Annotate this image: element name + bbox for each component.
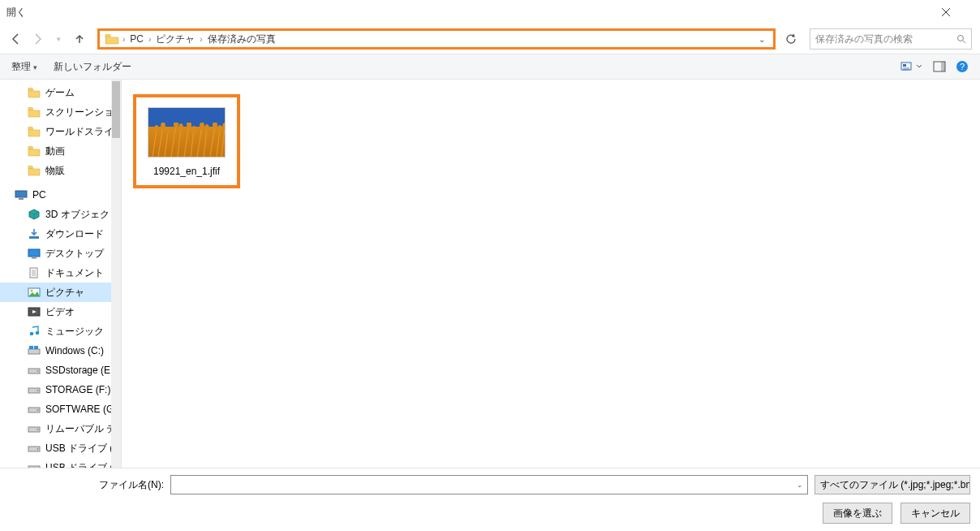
svg-point-50 bbox=[213, 123, 217, 129]
tree-item[interactable]: ミュージック bbox=[0, 322, 121, 341]
up-button[interactable] bbox=[71, 31, 88, 47]
svg-point-47 bbox=[191, 126, 196, 134]
open-button[interactable]: 画像を選ぶ bbox=[823, 503, 892, 524]
tree-item-label: STORAGE (F:) bbox=[45, 384, 110, 395]
new-folder-button[interactable]: 新しいフォルダー bbox=[54, 60, 131, 74]
svg-point-30 bbox=[37, 370, 39, 372]
svg-point-43 bbox=[165, 127, 170, 135]
tree-item[interactable]: ワールドスライド bbox=[0, 122, 121, 141]
svg-rect-5 bbox=[941, 62, 945, 71]
breadcrumb[interactable]: › PC › ピクチャ › 保存済みの写真 ⌄ bbox=[97, 28, 776, 50]
tree-item-label: Windows (C:) bbox=[45, 345, 104, 356]
svg-point-1 bbox=[958, 36, 964, 41]
tree-item-label: デスクトップ bbox=[45, 247, 104, 261]
file-thumbnail bbox=[148, 107, 226, 158]
breadcrumb-item[interactable]: ピクチャ bbox=[154, 32, 196, 46]
chevron-down-icon[interactable]: ⌄ bbox=[755, 35, 768, 44]
help-button[interactable]: ? bbox=[956, 60, 969, 73]
svg-rect-27 bbox=[29, 346, 33, 349]
forward-button[interactable] bbox=[29, 31, 45, 47]
svg-rect-9 bbox=[28, 108, 32, 110]
tree-item-label: USB ドライブ (I:) bbox=[45, 461, 121, 468]
tree-item-label: 3D オブジェクト bbox=[45, 208, 119, 222]
tree-item[interactable]: ドキュメント bbox=[0, 263, 121, 283]
svg-rect-10 bbox=[28, 127, 32, 130]
tree-item-label: リムーバブル ディスク bbox=[45, 422, 121, 436]
window-title: 開く bbox=[6, 6, 941, 19]
search-input[interactable]: 保存済みの写真の検索 bbox=[810, 28, 972, 50]
chevron-right-icon: › bbox=[122, 35, 125, 44]
svg-rect-0 bbox=[105, 35, 110, 37]
tree-item[interactable]: 3D オブジェクト bbox=[0, 205, 121, 224]
chevron-down-icon[interactable]: ⌄ bbox=[797, 481, 803, 489]
tree-item-label: ワールドスライド bbox=[45, 125, 121, 139]
tree-item[interactable]: ビデオ bbox=[0, 302, 121, 322]
tree-item[interactable]: リムーバブル ディスク bbox=[0, 419, 121, 438]
tree-item[interactable]: 動画 bbox=[0, 141, 121, 161]
back-button[interactable] bbox=[8, 31, 24, 47]
tree-item-label: ミュージック bbox=[45, 325, 104, 339]
refresh-button[interactable] bbox=[785, 33, 805, 45]
sidebar-scrollbar[interactable] bbox=[111, 80, 121, 468]
filename-label: ファイル名(N): bbox=[99, 478, 164, 492]
tree-item-label: ドキュメント bbox=[45, 266, 104, 280]
svg-point-41 bbox=[154, 125, 159, 133]
filetype-value: すべてのファイル (*.jpg;*.jpeg;*.bmp bbox=[820, 478, 970, 492]
cancel-button[interactable]: キャンセル bbox=[900, 503, 970, 524]
organize-menu[interactable]: 整理 bbox=[11, 60, 37, 74]
svg-point-46 bbox=[187, 123, 191, 129]
filename-input[interactable] bbox=[170, 475, 808, 494]
tree-item-label: 物販 bbox=[45, 164, 65, 178]
svg-point-38 bbox=[37, 448, 39, 450]
preview-pane-button[interactable] bbox=[933, 61, 946, 72]
svg-rect-39 bbox=[28, 466, 40, 468]
folder-tree[interactable]: ゲームスクリーンショットワールドスライド動画物販PC3D オブジェクトダウンロー… bbox=[0, 80, 122, 468]
svg-rect-17 bbox=[28, 249, 40, 257]
svg-point-51 bbox=[217, 125, 222, 133]
tree-item[interactable]: USB ドライブ (I:) bbox=[0, 458, 121, 468]
tree-item[interactable]: 物販 bbox=[0, 161, 121, 180]
tree-item-label: ダウンロード bbox=[45, 227, 104, 241]
tree-item[interactable]: デスクトップ bbox=[0, 244, 121, 263]
tree-item[interactable]: SSDstorage (E:) bbox=[0, 360, 121, 380]
tree-item[interactable]: ダウンロード bbox=[0, 224, 121, 244]
svg-rect-28 bbox=[34, 346, 38, 349]
tree-item-label: SOFTWARE (G:) bbox=[45, 404, 120, 415]
svg-rect-8 bbox=[28, 88, 32, 91]
svg-rect-14 bbox=[19, 198, 24, 200]
svg-point-44 bbox=[174, 123, 178, 128]
close-button[interactable] bbox=[941, 7, 974, 17]
svg-point-48 bbox=[200, 123, 204, 130]
file-item[interactable]: 19921_en_1.jfif bbox=[133, 94, 240, 188]
svg-rect-18 bbox=[32, 257, 37, 259]
file-list[interactable]: 19921_en_1.jfif bbox=[122, 80, 980, 468]
breadcrumb-item[interactable]: 保存済みの写真 bbox=[206, 32, 277, 46]
tree-item[interactable]: スクリーンショット bbox=[0, 102, 121, 122]
svg-point-24 bbox=[30, 332, 34, 336]
breadcrumb-item[interactable]: PC bbox=[128, 33, 145, 45]
view-options-button[interactable] bbox=[900, 60, 923, 73]
tree-item[interactable]: STORAGE (F:) bbox=[0, 380, 121, 399]
svg-point-34 bbox=[37, 409, 39, 411]
folder-icon bbox=[105, 33, 119, 45]
tree-item[interactable]: USB ドライブ (I:) bbox=[0, 438, 121, 458]
tree-item-label: 動画 bbox=[45, 145, 65, 158]
svg-point-36 bbox=[37, 429, 39, 430]
tree-item[interactable]: PC bbox=[0, 185, 121, 205]
svg-point-49 bbox=[204, 124, 209, 132]
tree-item[interactable]: ゲーム bbox=[0, 83, 121, 102]
tree-item-label: ゲーム bbox=[45, 86, 75, 100]
tree-item-label: PC bbox=[32, 189, 46, 201]
tree-item-label: スクリーンショット bbox=[45, 106, 121, 119]
svg-rect-11 bbox=[28, 147, 32, 149]
tree-item[interactable]: ピクチャ bbox=[0, 283, 121, 302]
svg-rect-26 bbox=[28, 349, 40, 354]
tree-item-label: USB ドライブ (I:) bbox=[45, 442, 121, 455]
tree-item[interactable]: SOFTWARE (G:) bbox=[0, 399, 121, 419]
tree-item[interactable]: Windows (C:) bbox=[0, 341, 121, 360]
search-icon bbox=[956, 34, 966, 44]
filetype-select[interactable]: すべてのファイル (*.jpg;*.jpeg;*.bmp ⌄ bbox=[815, 475, 970, 494]
chevron-right-icon: › bbox=[200, 35, 202, 44]
recent-locations-button[interactable]: ▾ bbox=[50, 31, 67, 47]
file-name: 19921_en_1.jfif bbox=[153, 166, 220, 177]
